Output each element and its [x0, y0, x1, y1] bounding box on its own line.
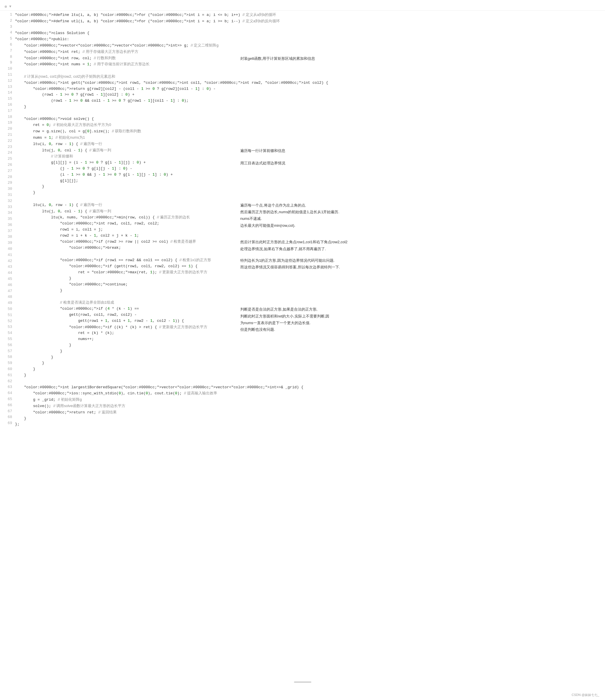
line-num-48: 48	[2, 294, 12, 300]
code-text-12: "color:#0000cc;">return	[15, 87, 85, 91]
code-line-18: ret = 0; // 初始化最大正方形的边长平方为0	[15, 122, 605, 128]
line-num-35: 35	[2, 216, 12, 222]
line-num-38: 38	[2, 234, 12, 240]
code-line-14: (row1 - 1 >= 0 && col1 - 1 >= 0 ? g[row1…	[15, 98, 605, 104]
main-container: ▼ 12345678910111213141516171819202122232…	[0, 0, 605, 700]
code-text-67: };	[15, 422, 20, 426]
line-num-7: 7	[2, 48, 12, 54]
code-text-48: "color:#0000cc;">if	[15, 306, 103, 311]
code-text-66: }	[15, 416, 26, 421]
code-line-15: }	[15, 104, 605, 110]
code-line-2	[15, 25, 605, 31]
code-line-38: "color:#0000cc;">break;	[15, 245, 605, 251]
code-line-41: "color:#0000cc;">if (gett(row1, col1, ro…	[15, 264, 605, 270]
code-text-49: gett(row1, col1, row2, col2) -	[15, 312, 137, 317]
code-line-24: g[i][j] = (i - 1 >= 0 ? g[i - 1][j] : 0)…	[15, 160, 605, 166]
toolbar: ▼	[0, 3, 605, 11]
code-line-30	[15, 196, 605, 202]
line-num-10: 10	[2, 66, 12, 72]
line-num-51: 51	[2, 312, 12, 318]
line-num-59: 59	[2, 360, 12, 366]
code-text-17: "color:#0000cc;">void	[15, 117, 71, 121]
line-num-19: 19	[2, 120, 12, 126]
code-line-19: row = g.size(), col = g[0].size(); // 获取…	[15, 128, 605, 134]
code-line-3: "color:#0000cc;">class Solution {	[15, 30, 605, 36]
code-text-10: // 计算从(row1, col1)到(row2, col2)的子矩阵的元素总和	[15, 75, 115, 79]
line-num-3: 3	[2, 24, 12, 30]
line-num-12: 12	[2, 78, 12, 84]
code-area: 1234567891011121314151617181920212223242…	[0, 11, 605, 434]
code-line-9	[15, 68, 605, 74]
code-text-53: nums++;	[15, 337, 94, 341]
code-line-52: ret = (k) * (k);	[15, 330, 605, 336]
code-line-54: }	[15, 342, 605, 348]
code-line-43: }	[15, 276, 605, 282]
code-text-55: }	[15, 349, 62, 353]
code-text-18: ret = 0; // 初始化最大正方形的边长平方为0	[15, 123, 111, 127]
code-line-0: "color:#0000cc;">#define ltu(i, a, b) "c…	[15, 12, 605, 18]
toolbar-arrow: ▼	[9, 5, 11, 9]
code-text-27: g[i][j];	[15, 178, 78, 183]
line-num-57: 57	[2, 348, 12, 354]
code-line-49: gett(row1, col1, row2, col2) -	[15, 312, 605, 318]
code-text-57: }	[15, 361, 44, 365]
code-line-67: };	[15, 422, 605, 428]
code-text-11: "color:#0000cc;">int	[15, 81, 69, 85]
line-num-18: 18	[2, 114, 12, 120]
code-line-34: "color:#0000cc;">int row1, col1, row2, c…	[15, 221, 605, 227]
code-line-31: ltu(i, 0, row - 1) { // 遍历每一行遍历每一个点,将这个点…	[15, 202, 605, 208]
line-num-68: 68	[2, 414, 12, 420]
code-line-50: gett(row1 + 1, col1 + 1, row2 - 1, col2 …	[15, 318, 605, 324]
line-num-49: 49	[2, 300, 12, 306]
line-num-67: 67	[2, 408, 12, 415]
line-num-53: 53	[2, 324, 12, 330]
line-num-62: 62	[2, 378, 12, 384]
code-line-20: nums = 1; // 初始化nums为1	[15, 134, 605, 141]
code-text-41: "color:#0000cc;">if	[15, 264, 112, 268]
code-line-17: "color:#0000cc;">void solve() {	[15, 116, 605, 122]
code-text-24: g[i][j] = (i - 1 >= 0 ? g[i - 1][j] : 0)…	[15, 160, 146, 165]
code-text-31: ltu(i, 0, row - 1) { // 遍历每一行	[15, 203, 102, 207]
line-num-50: 50	[2, 306, 12, 312]
annotation-line-22: 遍历每一行计算前缀和信息	[240, 147, 285, 154]
code-text-34: "color:#0000cc;">int	[15, 221, 105, 226]
code-text-5: "color:#0000cc;">vector	[15, 43, 76, 48]
code-line-37: "color:#0000cc;">if (row2 >= row || col2…	[15, 239, 605, 245]
line-num-34: 34	[2, 210, 12, 216]
line-num-63: 63	[2, 384, 12, 390]
footer: CSDN @妹妹七七_	[572, 693, 599, 697]
line-num-40: 40	[2, 246, 12, 252]
code-text-25: (j - 1 >= 0 ? g[i][j - 1] : 0) -	[15, 167, 132, 171]
code-text-54: }	[15, 343, 71, 347]
code-text-19: row = g.size(), col = g[0].size(); // 获取…	[15, 129, 141, 133]
code-line-44: "color:#0000cc;">continue;	[15, 282, 605, 288]
scrollbar-indicator[interactable]	[294, 681, 311, 683]
code-text-29: }	[15, 191, 35, 195]
code-text-38: "color:#0000cc;">break	[15, 246, 119, 250]
code-text-0: "color:#0000cc;">#define	[15, 13, 69, 17]
line-num-27: 27	[2, 168, 12, 174]
line-num-45: 45	[2, 276, 12, 282]
code-line-61: "color:#0000cc;">int largest1BorderedSqu…	[15, 384, 605, 391]
line-num-24: 24	[2, 150, 12, 156]
toolbar-dot-1	[5, 5, 7, 8]
line-num-21: 21	[2, 132, 12, 138]
code-line-28: }	[15, 184, 605, 190]
line-num-29: 29	[2, 180, 12, 186]
code-text-47: // 检查是否满足边界全部由1组成	[15, 300, 114, 305]
code-line-60	[15, 378, 605, 384]
toolbar-dots	[5, 5, 7, 8]
code-text-61: "color:#0000cc;">int	[15, 385, 69, 390]
line-num-13: 13	[2, 84, 12, 90]
code-line-6: "color:#0000cc;">int ret; // 用于存储最大正方形边长…	[15, 49, 605, 55]
line-num-20: 20	[2, 126, 12, 132]
line-num-4: 4	[2, 30, 12, 36]
code-text-63: g = _grid; // 初始化矩阵g	[15, 398, 82, 402]
code-line-51: "color:#0000cc;">if ((k) * (k) > ret) { …	[15, 324, 605, 330]
code-line-53: nums++;	[15, 336, 605, 342]
line-num-1: 1	[2, 12, 12, 18]
code-line-47: // 检查是否满足边界全部由1组成	[15, 300, 605, 306]
code-text-14: (row1 - 1 >= 0 && col1 - 1 >= 0 ? g[row1…	[15, 99, 189, 103]
code-line-65: "color:#0000cc;">return ret; // 返回结果	[15, 409, 605, 416]
code-line-63: g = _grid; // 初始化矩阵g	[15, 397, 605, 403]
